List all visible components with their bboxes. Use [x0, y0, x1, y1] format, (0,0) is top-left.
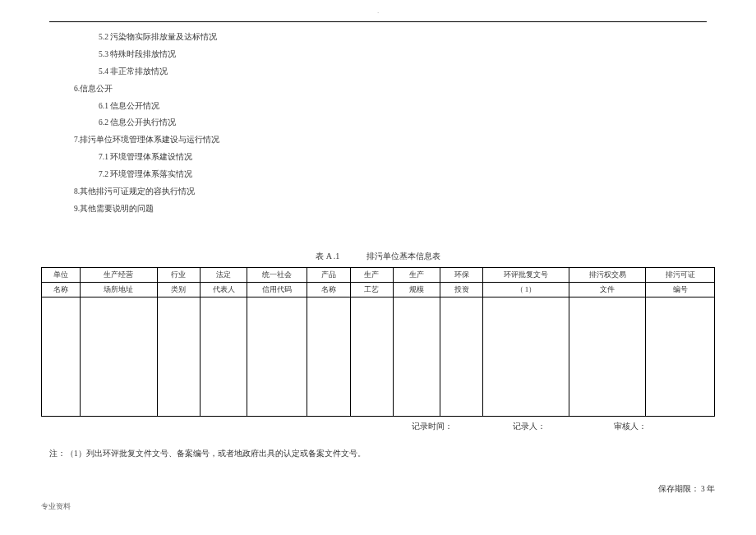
- toc-section-7: 7.排污单位环境管理体系建设与运行情况: [74, 131, 715, 149]
- th-industry-2: 类别: [157, 282, 200, 297]
- th-industry-1: 行业: [157, 267, 200, 282]
- toc-section-8: 8.其他排污可证规定的容执行情况: [74, 183, 715, 201]
- cell-invest: [440, 297, 483, 416]
- th-scale-2: 规模: [393, 282, 440, 297]
- cell-product: [307, 297, 350, 416]
- toc-item-6-1: 6.1 信息公开情况: [99, 98, 715, 115]
- th-credit-2: 信用代码: [247, 282, 307, 297]
- th-invest-1: 环保: [440, 267, 483, 282]
- th-permit-1: 排污可证: [646, 267, 715, 282]
- retention-period: 保存期限： 3 年: [41, 484, 715, 495]
- th-eia-2: （ 1）: [483, 282, 569, 297]
- th-unit-name-1: 单位: [42, 267, 81, 282]
- cell-legal: [201, 297, 247, 416]
- table-title: 表 A .1 排污单位基本信息表: [41, 251, 715, 262]
- record-time-label: 记录时间：: [412, 422, 513, 432]
- th-unit-name-2: 名称: [42, 282, 81, 297]
- th-address-1: 生产经营: [80, 267, 157, 282]
- toc-item-6-2: 6.2 信息公开执行情况: [99, 114, 715, 131]
- cell-scale: [393, 297, 440, 416]
- table-body: [42, 297, 715, 416]
- cell-address: [80, 297, 157, 416]
- table-number: 表 A .1: [316, 251, 339, 261]
- th-product-2: 名称: [307, 282, 350, 297]
- cell-credit: [247, 297, 307, 416]
- document-footer: 专业资料: [41, 501, 715, 512]
- cell-industry: [157, 297, 200, 416]
- cell-eia: [483, 297, 569, 416]
- th-legal-1: 法定: [201, 267, 247, 282]
- top-rule: [49, 21, 707, 22]
- th-scale-1: 生产: [393, 267, 440, 282]
- toc-item-7-2: 7.2 环境管理体系落实情况: [99, 166, 715, 183]
- th-invest-2: 投资: [440, 282, 483, 297]
- th-process-2: 工艺: [350, 282, 393, 297]
- reviewer-label: 审核人：: [614, 422, 715, 432]
- toc-item-5-4: 5.4 非正常排放情况: [99, 63, 715, 81]
- toc-item-7-1: 7.1 环境管理体系建设情况: [99, 149, 715, 166]
- th-trade-2: 文件: [569, 282, 646, 297]
- toc-item-5-2: 5.2 污染物实际排放量及达标情况: [99, 29, 715, 46]
- th-eia-1: 环评批复文号: [483, 267, 569, 282]
- cell-unit-name: [42, 297, 81, 416]
- th-permit-2: 编号: [646, 282, 715, 297]
- table-name: 排污单位基本信息表: [366, 251, 440, 261]
- toc-item-5-3: 5.3 特殊时段排放情况: [99, 46, 715, 63]
- th-credit-1: 统一社会: [247, 267, 307, 282]
- toc-section-6: 6.信息公开: [74, 81, 715, 98]
- table-row: [42, 297, 715, 416]
- toc-section-9: 9.其他需要说明的问题: [74, 201, 715, 218]
- th-process-1: 生产: [350, 267, 393, 282]
- header-dot: .: [41, 8, 715, 15]
- cell-trade: [569, 297, 646, 416]
- table-header: 单位 生产经营 行业 法定 统一社会 产品 生产 生产 环保 环评批复文号 排污…: [42, 267, 715, 297]
- table-of-contents: 5.2 污染物实际排放量及达标情况 5.3 特殊时段排放情况 5.4 非正常排放…: [74, 29, 715, 218]
- table-note: 注：（1）列出环评批复文件文号、备案编号，或者地政府出具的认定或备案文件文号。: [49, 449, 715, 459]
- th-address-2: 场所地址: [80, 282, 157, 297]
- th-product-1: 产品: [307, 267, 350, 282]
- basic-info-table: 单位 生产经营 行业 法定 统一社会 产品 生产 生产 环保 环评批复文号 排污…: [41, 267, 715, 417]
- th-legal-2: 代表人: [201, 282, 247, 297]
- cell-process: [350, 297, 393, 416]
- recorder-label: 记录人：: [513, 422, 614, 432]
- signature-line: 记录时间： 记录人： 审核人：: [41, 422, 715, 432]
- cell-permit: [646, 297, 715, 416]
- th-trade-1: 排污权交易: [569, 267, 646, 282]
